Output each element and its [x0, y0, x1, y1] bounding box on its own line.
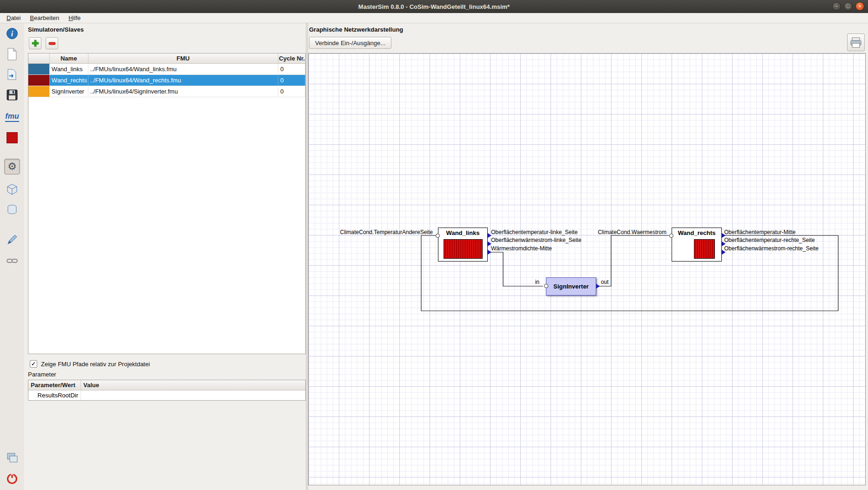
red-block-button[interactable] [4, 130, 20, 146]
add-slave-button[interactable] [29, 37, 41, 49]
port-label-output: Oberflächentemperatur-linke_Seite [491, 229, 578, 235]
cell-fmu[interactable]: ../FMUs/linux64/Wand_rechts.fmu [88, 75, 279, 86]
fmu-button[interactable]: fmu [4, 109, 20, 125]
open-project-button[interactable] [4, 67, 20, 82]
menu-datei[interactable]: Datei [2, 13, 25, 22]
input-port[interactable] [436, 234, 440, 238]
display-settings-button[interactable] [4, 450, 20, 466]
menu-bearbeiten[interactable]: Bearbeiten [25, 13, 64, 22]
cell-name[interactable]: Wand_rechts [50, 75, 88, 86]
check-icon: ✓ [31, 361, 36, 367]
maximize-button[interactable]: □ [844, 2, 853, 11]
gear-icon: ⚙ [7, 161, 17, 173]
header-name[interactable]: Name [50, 54, 88, 63]
plus-icon [31, 39, 40, 47]
parameter-name-cell[interactable]: ResultsRootDir [28, 390, 81, 400]
print-button[interactable] [847, 34, 865, 51]
port-label-output: Oberflächenwärmestrom-rechte_Seite [724, 245, 819, 252]
side-toolbar: i fmu ⚙ [0, 23, 25, 490]
simulators-panel: Simulatoren/Slaves Name FMU Cycle Nr. Wa… [24, 23, 306, 490]
simulation-settings-button[interactable] [4, 202, 20, 218]
info-button[interactable]: i [4, 26, 20, 41]
table-row-signinverter[interactable]: SignInverter ../FMUs/linux64/SignInverte… [28, 86, 305, 97]
save-button[interactable] [4, 87, 20, 103]
network-title: Graphische Netzwerkdarstellung [309, 26, 403, 33]
minimize-icon: − [835, 3, 838, 9]
red-block-icon [7, 132, 18, 143]
minimize-button[interactable]: − [832, 2, 841, 11]
fmu-block-signinverter[interactable]: SignInverter [546, 277, 596, 295]
block-title: Wand_rechts [672, 229, 721, 236]
network-panel: Graphische Netzwerkdarstellung Verbinde … [308, 23, 868, 490]
table-row-wand-rechts[interactable]: Wand_rechts ../FMUs/linux64/Wand_rechts.… [28, 75, 305, 86]
open-project-icon [6, 68, 18, 81]
fmu-paths-checkbox-row: ✓ Zeige FMU Pfade relativ zur Projektdat… [30, 360, 150, 368]
remove-slave-button[interactable] [46, 37, 58, 49]
fmu-icon: fmu [5, 112, 19, 122]
table-row-wand-links[interactable]: Wand_links ../FMUs/linux64/Wand_links.fm… [28, 64, 305, 75]
save-icon [6, 89, 18, 101]
layers-icon [6, 204, 18, 216]
parameter-table: Parameter/Wert Value ResultsRootDir [28, 380, 306, 401]
connection-wires [309, 54, 865, 485]
cube-3d-icon [6, 183, 18, 195]
parameter-row-resultsrootdir[interactable]: ResultsRootDir [28, 390, 305, 400]
parameter-section-title: Parameter [28, 371, 56, 378]
simulators-title: Simulatoren/Slaves [28, 26, 84, 33]
menubar: Datei Bearbeiten Hilfe [0, 13, 868, 23]
fmu-paths-checkbox[interactable]: ✓ [30, 360, 37, 368]
close-button[interactable]: × [855, 2, 864, 11]
output-port[interactable] [596, 284, 600, 289]
port-label-output: out [601, 279, 609, 285]
cell-cycle[interactable]: 0 [278, 75, 305, 86]
cell-name[interactable]: SignInverter [50, 86, 88, 97]
parameter-value-cell[interactable] [81, 390, 305, 400]
cell-cycle[interactable]: 0 [278, 64, 305, 74]
new-project-icon [7, 48, 18, 60]
header-cycle[interactable]: Cycle Nr. [278, 54, 305, 63]
windows-icon [6, 452, 18, 464]
parameter-table-header: Parameter/Wert Value [28, 380, 305, 390]
input-port[interactable] [669, 234, 673, 238]
header-parameter-wert[interactable]: Parameter/Wert [28, 380, 81, 390]
new-project-button[interactable] [4, 46, 20, 62]
link-icon [6, 255, 18, 267]
quit-button[interactable] [4, 471, 20, 487]
pen-icon [6, 234, 18, 246]
color-swatch [28, 75, 49, 86]
port-label-output: Oberflächentemperatur-Mitte [724, 229, 795, 235]
connect-ports-button[interactable]: Verbinde Ein-/Ausgänge... [309, 37, 391, 49]
simulators-table-header: Name FMU Cycle Nr. [28, 54, 305, 64]
svg-text:i: i [11, 30, 13, 38]
header-value[interactable]: Value [81, 380, 305, 390]
maximize-icon: □ [847, 3, 850, 9]
application-window: MasterSim 0.8.0 - CoSim-WandGeteilt_linu… [0, 0, 868, 490]
block-title: SignInverter [553, 283, 589, 290]
fmu-block-wand-rechts[interactable]: Wand_rechts [672, 228, 722, 262]
header-fmu[interactable]: FMU [88, 54, 279, 63]
close-icon: × [858, 3, 861, 9]
color-swatch [28, 64, 49, 74]
input-port[interactable] [544, 284, 548, 288]
color-swatch [28, 86, 49, 97]
port-label-input: ClimateCond.TemperaturAndereSeite [340, 229, 433, 235]
cell-name[interactable]: Wand_links [50, 64, 88, 74]
fmu-paths-checkbox-label: Zeige FMU Pfade relativ zur Projektdatei [41, 361, 150, 368]
simulators-view-button[interactable]: ⚙ [4, 159, 20, 175]
network-canvas[interactable]: Wand_links ClimateCond.TemperaturAndereS… [308, 53, 866, 485]
pen-tool-button[interactable] [4, 232, 20, 248]
link-tool-button[interactable] [4, 253, 20, 268]
connections-view-button[interactable] [4, 181, 20, 197]
info-icon: i [6, 27, 18, 40]
cell-fmu[interactable]: ../FMUs/linux64/SignInverter.fmu [88, 86, 279, 97]
port-label-output: Oberflächentemperatur-rechte_Seite [724, 237, 815, 243]
fmu-block-wand-links[interactable]: Wand_links [438, 228, 488, 262]
cell-cycle[interactable]: 0 [278, 86, 305, 97]
wall-layer-graphic [444, 239, 483, 259]
port-label-output: Wärmestromdichte-Mitte [491, 245, 552, 252]
header-color[interactable] [28, 54, 50, 63]
cell-fmu[interactable]: ../FMUs/linux64/Wand_links.fmu [88, 64, 279, 74]
window-controls: − □ × [832, 2, 864, 11]
port-label-input: in [535, 279, 539, 285]
menu-hilfe[interactable]: Hilfe [64, 13, 85, 22]
